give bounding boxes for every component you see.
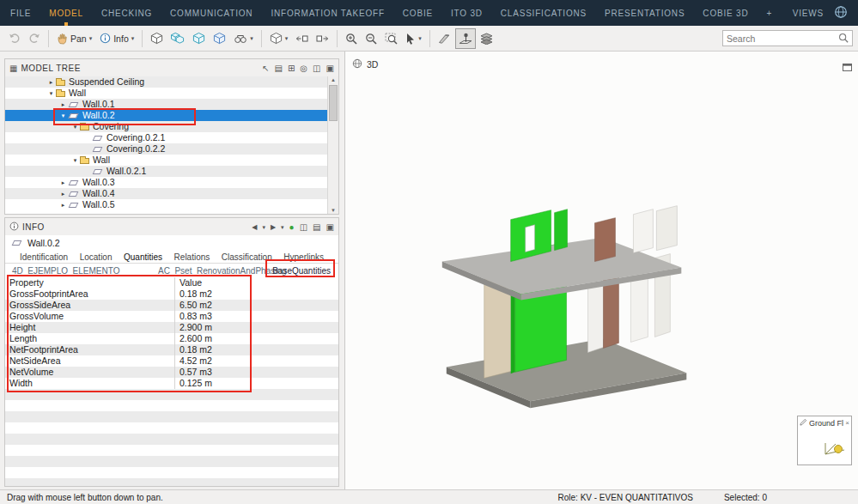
table-row[interactable]: Length2.600 m [5,333,338,344]
expand-all-icon[interactable]: ⊞ [288,64,295,73]
wall-green-selected [555,209,568,251]
placement-tool-button[interactable] [455,28,476,49]
table-row[interactable]: NetVolume0.57 m3 [5,367,338,378]
pset-tab-4d_ejemplo_elemento[interactable]: 4D_EJEMPLO_ELEMENTO [12,266,119,276]
expander-icon[interactable]: ▾ [70,155,80,166]
tree-item-wall.0.3[interactable]: ▸Wall.0.3 [5,177,327,188]
chevron-down-icon: ▾ [285,35,289,41]
zoom-out-button[interactable] [362,28,380,49]
tree-item-wall.0.5[interactable]: ▸Wall.0.5 [5,199,327,210]
chevron-down-icon[interactable]: ▾ [262,224,265,230]
tree-item-wall.0.4[interactable]: ▸Wall.0.4 [5,188,327,199]
value-cell: 4.52 m2 [175,355,338,367]
model-tree-scrollbar[interactable]: ▲ ▼ [327,76,338,214]
expander-icon[interactable]: ▸ [58,188,68,199]
list-view-icon[interactable]: ▤ [275,64,283,73]
hide-object-button[interactable] [147,28,167,49]
highlight-color-icon[interactable]: ● [289,222,295,232]
prev-object-icon[interactable]: ◀ [252,223,257,231]
building-model[interactable] [345,52,858,489]
menu-item-cobie[interactable]: COBIE [403,9,433,18]
wall-white [633,209,653,253]
tree-item-wall[interactable]: ▾Wall [5,155,327,166]
menu-item-views[interactable]: VIEWS [793,9,824,18]
pset-tab-basequantities[interactable]: BaseQuantities [272,266,331,276]
scroll-up-icon[interactable]: ▲ [328,77,338,82]
menu-item-checking[interactable]: CHECKING [101,9,152,18]
push-out-right-button[interactable] [313,28,332,49]
show-all-button[interactable] [210,28,229,49]
copy-icon[interactable]: ◫ [300,222,307,232]
table-row[interactable]: NetFootprintArea0.18 m2 [5,344,338,355]
tab-relations[interactable]: Relations [174,252,210,262]
zoom-in-button[interactable] [342,28,361,49]
search-input[interactable] [727,33,836,44]
menu-item-ito-3d[interactable]: ITO 3D [451,9,483,18]
pan-tool-button[interactable]: Pan ▾ [53,28,95,49]
menu-item-presentations[interactable]: PRESENTATIONS [605,9,685,18]
tree-item-wall.0.2.1[interactable]: Wall.0.2.1 [5,166,327,177]
tab-classification[interactable]: Classification [222,252,272,262]
tree-item-label: Covering.0.2.2 [106,143,165,155]
globe-icon[interactable] [834,5,848,21]
menu-item--[interactable]: + [766,9,772,18]
table-row[interactable]: GrossVolume0.83 m3 [5,311,338,322]
info-tool-button[interactable]: Info ▾ [96,28,137,49]
menu-item-cobie-3d[interactable]: COBIE 3D [703,9,748,18]
tab-identification[interactable]: Identification [20,252,68,262]
table-row[interactable]: Height2.900 m [5,322,338,333]
menu-item-model[interactable]: MODEL [49,9,83,18]
expander-icon[interactable]: ▸ [46,76,56,88]
export-icon[interactable]: ▤ [313,222,320,232]
expander-icon[interactable]: ▸ [58,177,68,188]
close-icon[interactable]: × [845,419,849,427]
table-row[interactable]: GrossSideArea6.50 m2 [5,300,338,311]
copy-icon[interactable]: ◫ [313,64,320,73]
edit-pencil-icon[interactable] [800,418,807,428]
ground-floor-widget[interactable]: Ground Floor × [797,416,852,465]
undo-button[interactable] [5,28,24,49]
push-out-left-button[interactable] [292,28,312,49]
tree-item-covering.0.2.2[interactable]: Covering.0.2.2 [5,143,327,155]
menu-item-information-takeoff[interactable]: INFORMATION TAKEOFF [271,9,384,18]
isolate-objects-button[interactable] [167,28,188,49]
chevron-down-icon[interactable]: ▾ [281,224,284,230]
float-panel-icon[interactable]: ▣ [326,222,334,232]
select-tool-button[interactable]: ▾ [402,28,425,49]
scroll-down-icon[interactable]: ▼ [328,208,338,213]
storeys-layers-button[interactable] [477,28,496,49]
tree-item-covering.0.2.1[interactable]: Covering.0.2.1 [5,132,327,143]
model-cube-menu-button[interactable]: ▾ [266,28,292,49]
tab-location[interactable]: Location [80,252,113,262]
expander-icon[interactable]: ▾ [58,110,68,121]
zoom-fit-button[interactable] [381,28,401,49]
application-window: FILEMODELCHECKINGCOMMUNICATIONINFORMATIO… [0,0,858,504]
property-cell: NetFootprintArea [5,344,175,355]
table-row[interactable]: GrossFootprintArea0.18 m2 [5,288,338,300]
redo-button[interactable] [25,28,44,49]
scrollbar-thumb[interactable] [329,85,338,121]
find-objects-button[interactable]: ▾ [230,28,257,49]
expander-icon[interactable]: ▾ [46,88,56,99]
tree-item-suspended ceiling[interactable]: ▸Suspended Ceiling [5,76,327,88]
float-panel-icon[interactable]: ▣ [326,64,334,73]
tab-quantities[interactable]: Quantities [124,252,162,262]
show-object-button[interactable] [189,28,209,49]
menu-item-communication[interactable]: COMMUNICATION [170,9,253,18]
next-object-icon[interactable]: ▶ [271,223,276,231]
locate-object-icon[interactable]: ◎ [300,64,307,73]
table-row[interactable]: Width0.125 m [5,378,338,389]
expander-icon[interactable]: ▸ [58,199,68,210]
float-panel-icon[interactable] [843,59,852,75]
tree-item-wall[interactable]: ▾Wall [5,88,327,99]
tree-item-wall.0.2[interactable]: ▾Wall.0.2 [5,110,327,121]
info-toolbar: ◀ ▾ ▶ ▾ ● ◫ ▤ ▣ [252,222,334,232]
section-plane-button[interactable] [435,28,454,49]
search-icon[interactable] [838,31,849,46]
select-in-tree-icon[interactable]: ↖ [262,64,269,73]
table-row[interactable]: NetSideArea4.52 m2 [5,355,338,367]
status-selected-count: Selected: 0 [724,493,767,502]
viewport-3d[interactable]: 3D [344,52,858,489]
menu-item-classifications[interactable]: CLASSIFICATIONS [501,9,587,18]
menu-item-file[interactable]: FILE [10,9,31,18]
